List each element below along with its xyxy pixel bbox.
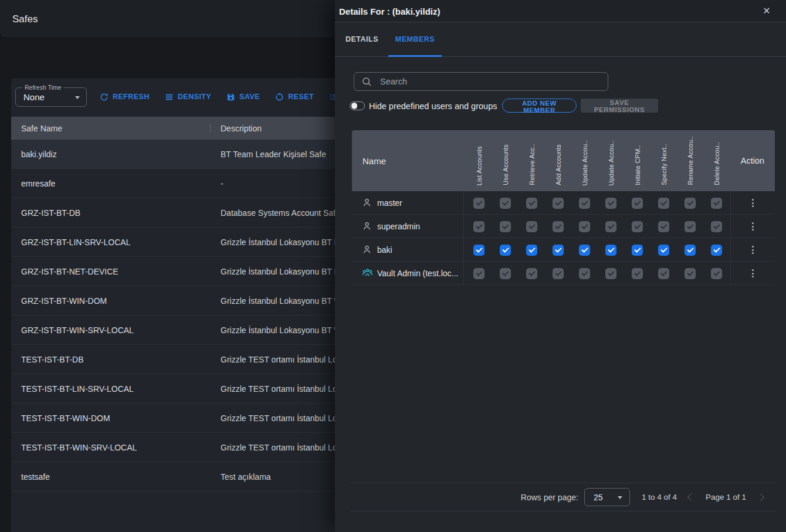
table-row[interactable]: GRZ-IST-BT-DB Database Systems Account S… <box>11 198 363 228</box>
permission-checkbox[interactable] <box>553 268 564 279</box>
permission-checkbox[interactable] <box>553 198 564 209</box>
permission-checkbox[interactable] <box>632 268 643 279</box>
row-actions-menu-button[interactable] <box>750 196 756 209</box>
permission-checkbox[interactable] <box>658 245 669 256</box>
chevron-down-icon <box>75 96 80 99</box>
permission-checkbox[interactable] <box>711 198 722 209</box>
add-new-member-button[interactable]: ADD NEW MEMBER <box>502 99 577 113</box>
permission-checkbox[interactable] <box>500 245 511 256</box>
permission-checkbox[interactable] <box>500 198 511 209</box>
hide-predefined-toggle[interactable] <box>350 101 365 110</box>
member-row[interactable]: superadmin <box>352 215 775 238</box>
permission-checkbox[interactable] <box>526 268 537 279</box>
permission-checkbox[interactable] <box>658 198 669 209</box>
safes-table-header: Safe Name Description <box>11 117 363 140</box>
permission-column-header: Use Accounts <box>492 130 519 191</box>
permission-checkbox[interactable] <box>685 221 696 232</box>
user-icon <box>362 245 372 257</box>
member-row[interactable]: Vault Admin (test.loc... <box>352 262 775 285</box>
tab-details[interactable]: DETAILS <box>337 22 387 56</box>
tab-members[interactable]: MEMBERS <box>388 22 442 56</box>
column-divider <box>463 238 464 261</box>
permission-column-header: Update Accou.. <box>571 130 598 191</box>
app-root: Safes Refresh Time None REFRESH DENSITY <box>0 0 786 532</box>
search-input[interactable] <box>379 76 608 87</box>
table-row[interactable]: GRZ-IST-BT-NET-DEVICE Grizzle İstanbul L… <box>11 257 363 286</box>
member-name: Vault Admin (test.loc... <box>377 262 458 285</box>
permission-checkbox[interactable] <box>605 268 616 279</box>
previous-page-icon[interactable] <box>687 493 695 501</box>
permission-checkbox[interactable] <box>473 198 485 209</box>
permission-checkbox[interactable] <box>553 221 564 232</box>
reset-icon <box>275 93 284 101</box>
permission-checkbox[interactable] <box>473 221 485 232</box>
permission-checkbox[interactable] <box>553 245 564 256</box>
permission-checkbox[interactable] <box>579 268 590 279</box>
table-row[interactable]: testsafe Test açıklama <box>11 462 363 492</box>
member-name: master <box>377 191 402 215</box>
permission-checkbox[interactable] <box>632 198 643 209</box>
permission-checkbox[interactable] <box>632 245 643 256</box>
close-icon: ✕ <box>763 5 770 16</box>
column-header-safe-name: Safe Name <box>21 124 62 133</box>
permission-column-header: List Accounts <box>466 130 492 191</box>
permission-checkbox[interactable] <box>500 221 511 232</box>
user-icon <box>362 198 372 210</box>
table-row[interactable]: TEST-IST-BT-DB Grizzle TEST ortamı İstan… <box>11 345 363 374</box>
table-row[interactable]: GRZ-IST-BT-WIN-SRV-LOCAL Grizzle İstanbu… <box>11 316 363 345</box>
column-divider <box>463 262 464 284</box>
permission-checkbox[interactable] <box>685 198 696 209</box>
permission-checkbox[interactable] <box>711 245 722 256</box>
member-row[interactable]: master <box>352 191 775 215</box>
permission-checkbox[interactable] <box>526 198 537 209</box>
permission-checkbox[interactable] <box>605 245 616 256</box>
page-title: Safes <box>12 0 38 38</box>
safe-name-cell: TEST-IST-BT-DB <box>21 345 84 374</box>
safe-name-cell: TEST-IST-BT-WIN-SRV-LOCAL <box>21 433 137 462</box>
permission-checkbox[interactable] <box>579 245 590 256</box>
member-permissions <box>466 238 730 262</box>
table-row[interactable]: GRZ-IST-BT-LIN-SRV-LOCAL Grizzle İstanbu… <box>11 228 363 257</box>
permission-checkbox[interactable] <box>473 245 485 256</box>
reset-button[interactable]: RESET <box>275 93 314 101</box>
permission-checkbox[interactable] <box>658 221 669 232</box>
close-button[interactable]: ✕ <box>758 2 775 19</box>
permission-checkbox[interactable] <box>685 268 696 279</box>
permission-checkbox[interactable] <box>632 221 643 232</box>
member-permissions <box>466 262 730 285</box>
permission-checkbox[interactable] <box>500 268 511 279</box>
row-actions-menu-button[interactable] <box>750 220 756 233</box>
permission-column-headers: List Accounts Use Accounts Retrieve Acc.… <box>466 130 730 191</box>
table-row[interactable]: baki.yildiz BT Team Leader Kişisel Safe <box>11 140 363 169</box>
rows-per-page-select[interactable]: 25 <box>584 488 630 506</box>
permission-checkbox[interactable] <box>711 268 722 279</box>
next-page-icon[interactable] <box>757 493 764 501</box>
permission-checkbox[interactable] <box>579 221 590 232</box>
permission-checkbox[interactable] <box>473 268 485 279</box>
save-permissions-button[interactable]: SAVE PERMISSIONS <box>581 99 658 113</box>
row-actions-menu-button[interactable] <box>750 243 756 256</box>
member-row[interactable]: baki <box>352 238 775 262</box>
save-button[interactable]: SAVE <box>226 93 260 101</box>
permission-checkbox[interactable] <box>605 221 616 232</box>
refresh-time-select[interactable]: Refresh Time None <box>15 87 87 107</box>
refresh-button[interactable]: REFRESH <box>100 93 150 101</box>
members-table: Name List Accounts Use Accounts Retrieve… <box>352 130 775 285</box>
permission-checkbox[interactable] <box>579 198 590 209</box>
permission-checkbox[interactable] <box>658 268 669 279</box>
permission-checkbox[interactable] <box>685 245 696 256</box>
table-row[interactable]: TEST-IST-BT-WIN-SRV-LOCAL Grizzle TEST o… <box>11 433 363 462</box>
permission-checkbox[interactable] <box>605 198 616 209</box>
permission-checkbox[interactable] <box>711 221 722 232</box>
permission-checkbox[interactable] <box>526 221 537 232</box>
table-row[interactable]: GRZ-IST-BT-WIN-DOM Grizzle İstanbul Loka… <box>11 286 363 316</box>
table-row[interactable]: emresafe - <box>11 169 363 198</box>
density-button[interactable]: DENSITY <box>165 93 211 101</box>
table-row[interactable]: TEST-IST-BT-WIN-DOM Grizzle TEST ortamı … <box>11 404 363 433</box>
rows-per-page-label: Rows per page: <box>521 493 578 502</box>
table-row[interactable]: TEST-IST-BT-LIN-SRV-LOCAL Grizzle TEST o… <box>11 374 363 404</box>
column-header-name: Name <box>362 130 386 191</box>
permission-checkbox[interactable] <box>526 245 537 256</box>
row-actions-menu-button[interactable] <box>750 267 756 280</box>
drawer-title: Details For : (baki.yildiz) <box>339 0 441 22</box>
